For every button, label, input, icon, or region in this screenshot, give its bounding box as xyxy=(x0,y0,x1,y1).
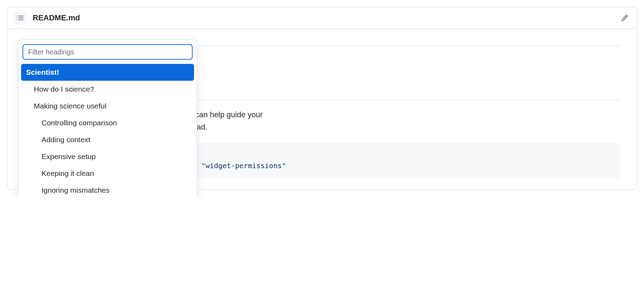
toc-toggle-button[interactable] xyxy=(13,11,27,25)
toc-item[interactable]: Adding context xyxy=(21,131,194,148)
toc-item[interactable]: Keeping it clean xyxy=(21,165,194,182)
toc-item[interactable]: Expensive setup xyxy=(21,148,194,165)
pencil-icon xyxy=(621,14,628,21)
toc-filter-input[interactable] xyxy=(22,44,193,60)
readme-container: README.md critical paths. CI passing xyxy=(7,7,637,190)
toc-list[interactable]: Scientist!How do I science?Making scienc… xyxy=(18,64,197,197)
toc-item[interactable]: Making science useful xyxy=(21,98,194,114)
file-header: README.md xyxy=(7,7,637,29)
file-name: README.md xyxy=(33,13,80,22)
code-string: "widget-permissions" xyxy=(201,161,286,170)
toc-filter-wrapper xyxy=(18,40,197,64)
toc-item[interactable]: How do I science? xyxy=(21,81,194,98)
list-icon xyxy=(17,14,24,21)
code-text xyxy=(197,161,201,170)
toc-item[interactable]: Ignoring mismatches xyxy=(21,182,194,197)
toc-popup: Scientist!How do I science?Making scienc… xyxy=(18,40,197,197)
toc-item[interactable]: Controlling comparison xyxy=(21,114,194,131)
file-header-left: README.md xyxy=(13,11,80,25)
toc-item[interactable]: Scientist! xyxy=(21,64,194,81)
edit-button[interactable] xyxy=(618,12,631,24)
